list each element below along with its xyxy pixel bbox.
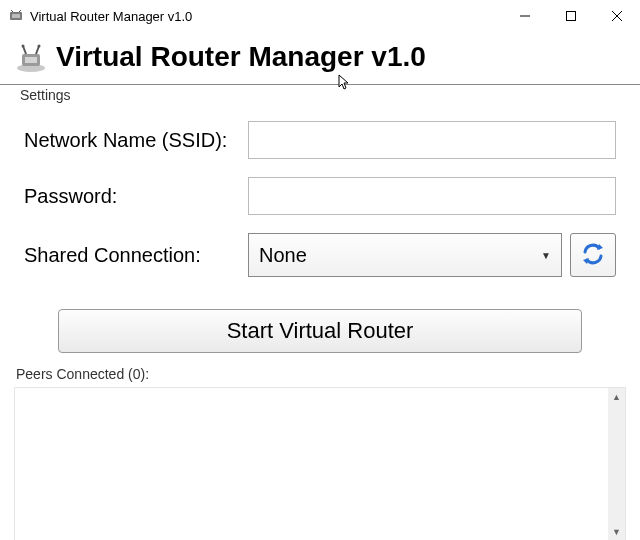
- shared-connection-label: Shared Connection:: [24, 244, 248, 267]
- window-title: Virtual Router Manager v1.0: [30, 9, 502, 24]
- app-header: Virtual Router Manager v1.0: [0, 32, 640, 85]
- maximize-button[interactable]: [548, 0, 594, 32]
- svg-line-2: [11, 10, 13, 12]
- titlebar: Virtual Router Manager v1.0: [0, 0, 640, 32]
- password-label: Password:: [24, 185, 248, 208]
- ssid-input[interactable]: [248, 121, 616, 159]
- close-button[interactable]: [594, 0, 640, 32]
- svg-rect-1: [12, 14, 20, 18]
- password-row: Password:: [24, 177, 616, 215]
- svg-rect-10: [25, 57, 37, 63]
- peers-group: Peers Connected (0): ▲ ▼: [14, 365, 626, 540]
- ssid-label: Network Name (SSID):: [24, 129, 248, 152]
- window-controls: [502, 0, 640, 32]
- start-virtual-router-button[interactable]: Start Virtual Router: [58, 309, 582, 353]
- page-title: Virtual Router Manager v1.0: [56, 41, 426, 73]
- peers-legend: Peers Connected (0):: [14, 366, 151, 382]
- scroll-up-icon[interactable]: ▲: [608, 388, 625, 405]
- shared-connection-select[interactable]: None ▼: [248, 233, 562, 277]
- scroll-down-icon[interactable]: ▼: [608, 523, 625, 540]
- settings-legend: Settings: [16, 87, 75, 103]
- svg-rect-5: [567, 12, 576, 21]
- shared-connection-row: Shared Connection: None ▼: [24, 233, 616, 277]
- peers-list: ▲ ▼: [14, 387, 626, 540]
- settings-group: Settings Network Name (SSID): Password: …: [14, 91, 626, 297]
- app-icon: [8, 8, 24, 24]
- app-logo-icon: [14, 40, 48, 74]
- refresh-icon: [581, 242, 605, 269]
- shared-connection-value: None: [259, 244, 307, 267]
- password-input[interactable]: [248, 177, 616, 215]
- svg-point-14: [38, 45, 41, 48]
- svg-line-3: [19, 10, 21, 12]
- refresh-button[interactable]: [570, 233, 616, 277]
- ssid-row: Network Name (SSID):: [24, 121, 616, 159]
- minimize-button[interactable]: [502, 0, 548, 32]
- chevron-down-icon: ▼: [541, 250, 551, 261]
- scrollbar[interactable]: ▲ ▼: [608, 388, 625, 540]
- svg-point-13: [22, 45, 25, 48]
